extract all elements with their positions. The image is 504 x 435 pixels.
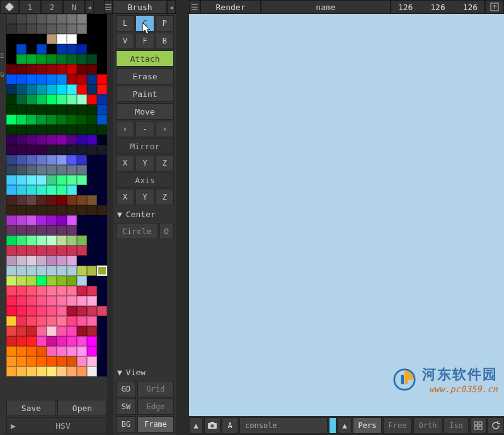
color-swatch[interactable] <box>57 306 67 316</box>
color-swatch[interactable] <box>6 195 16 205</box>
color-swatch[interactable] <box>26 306 37 316</box>
color-swatch[interactable] <box>57 266 67 276</box>
color-swatch[interactable] <box>47 185 57 195</box>
color-swatch[interactable] <box>87 276 97 286</box>
color-swatch[interactable] <box>47 54 57 64</box>
color-swatch[interactable] <box>16 276 26 286</box>
color-swatch[interactable] <box>47 165 57 175</box>
color-swatch[interactable] <box>16 175 26 185</box>
color-swatch[interactable] <box>97 205 107 215</box>
color-swatch[interactable] <box>26 24 37 34</box>
color-swatch[interactable] <box>77 205 87 215</box>
color-swatch[interactable] <box>16 24 26 34</box>
color-swatch[interactable] <box>16 135 26 145</box>
color-swatch[interactable] <box>77 54 87 64</box>
color-swatch[interactable] <box>87 185 97 195</box>
color-swatch[interactable] <box>57 256 67 266</box>
color-swatch[interactable] <box>47 235 57 246</box>
app-icon[interactable] <box>0 0 19 14</box>
color-swatch[interactable] <box>26 366 37 376</box>
color-swatch[interactable] <box>87 256 97 266</box>
circle-button[interactable]: Circle <box>116 223 158 239</box>
color-swatch[interactable] <box>16 256 26 266</box>
color-swatch[interactable] <box>97 326 107 336</box>
color-swatch[interactable] <box>37 125 47 135</box>
color-swatch[interactable] <box>87 24 97 34</box>
color-swatch[interactable] <box>97 14 107 24</box>
color-swatch[interactable] <box>6 145 16 155</box>
color-swatch[interactable] <box>77 225 87 235</box>
color-swatch[interactable] <box>67 84 77 94</box>
color-swatch[interactable] <box>16 64 26 74</box>
color-swatch[interactable] <box>37 205 47 215</box>
color-swatch[interactable] <box>87 44 97 54</box>
color-swatch[interactable] <box>47 246 57 256</box>
color-swatch[interactable] <box>16 155 26 165</box>
view-frame-button[interactable]: Frame <box>137 416 174 432</box>
color-swatch[interactable] <box>57 276 67 286</box>
color-swatch[interactable] <box>16 74 26 84</box>
color-swatch[interactable] <box>67 235 77 246</box>
color-swatch[interactable] <box>97 266 107 276</box>
color-swatch[interactable] <box>37 296 47 306</box>
color-swatch[interactable] <box>77 125 87 135</box>
color-swatch[interactable] <box>37 246 47 256</box>
export-button[interactable] <box>485 0 504 14</box>
color-swatch[interactable] <box>87 175 97 185</box>
color-swatch[interactable] <box>77 105 87 115</box>
color-swatch[interactable] <box>87 326 97 336</box>
color-swatch[interactable] <box>57 115 67 125</box>
color-swatch[interactable] <box>87 195 97 205</box>
color-swatch[interactable] <box>16 115 26 125</box>
color-swatch[interactable] <box>77 246 87 256</box>
color-swatch[interactable] <box>77 185 87 195</box>
color-swatch[interactable] <box>47 326 57 336</box>
color-swatch[interactable] <box>26 64 37 74</box>
color-swatch[interactable] <box>16 205 26 215</box>
color-swatch[interactable] <box>77 326 87 336</box>
color-swatch[interactable] <box>6 225 16 235</box>
color-swatch[interactable] <box>47 34 57 44</box>
color-swatch[interactable] <box>16 84 26 94</box>
console-input[interactable]: console <box>239 417 328 434</box>
color-swatch[interactable] <box>77 34 87 44</box>
color-swatch[interactable] <box>77 44 87 54</box>
color-swatch[interactable] <box>6 24 16 34</box>
color-swatch[interactable] <box>57 225 67 235</box>
color-swatch[interactable] <box>77 306 87 316</box>
color-swatch[interactable] <box>26 34 37 44</box>
color-swatch[interactable] <box>87 346 97 356</box>
color-swatch[interactable] <box>87 94 97 105</box>
menu-icon[interactable]: ☰ <box>104 0 113 14</box>
color-swatch[interactable] <box>37 195 47 205</box>
color-swatch[interactable] <box>16 266 26 276</box>
color-swatch[interactable] <box>87 235 97 246</box>
color-swatch[interactable] <box>37 266 47 276</box>
color-swatch[interactable] <box>77 256 87 266</box>
color-swatch[interactable] <box>37 225 47 235</box>
color-swatch[interactable] <box>26 185 37 195</box>
color-swatch[interactable] <box>16 346 26 356</box>
color-swatch[interactable] <box>77 84 87 94</box>
brush-axis-axes-z[interactable]: Z <box>156 189 174 205</box>
collapse-brush-icon[interactable]: ◂ <box>167 0 176 14</box>
color-swatch[interactable] <box>47 286 57 296</box>
color-swatch[interactable] <box>47 316 57 326</box>
color-swatch[interactable] <box>87 54 97 64</box>
color-swatch[interactable] <box>97 185 107 195</box>
color-swatch[interactable] <box>37 286 47 296</box>
color-swatch[interactable] <box>26 266 37 276</box>
color-swatch[interactable] <box>6 306 16 316</box>
color-swatch[interactable] <box>16 326 26 336</box>
color-swatch[interactable] <box>26 44 37 54</box>
color-swatch[interactable] <box>67 286 77 296</box>
color-swatch[interactable] <box>16 215 26 225</box>
color-swatch[interactable] <box>26 115 37 125</box>
brush-mirror-axes-z[interactable]: Z <box>156 155 174 171</box>
color-swatch[interactable] <box>67 246 77 256</box>
color-swatch[interactable] <box>67 336 77 346</box>
color-swatch[interactable] <box>97 195 107 205</box>
color-swatch[interactable] <box>26 175 37 185</box>
color-swatch[interactable] <box>57 54 67 64</box>
color-swatch[interactable] <box>47 175 57 185</box>
